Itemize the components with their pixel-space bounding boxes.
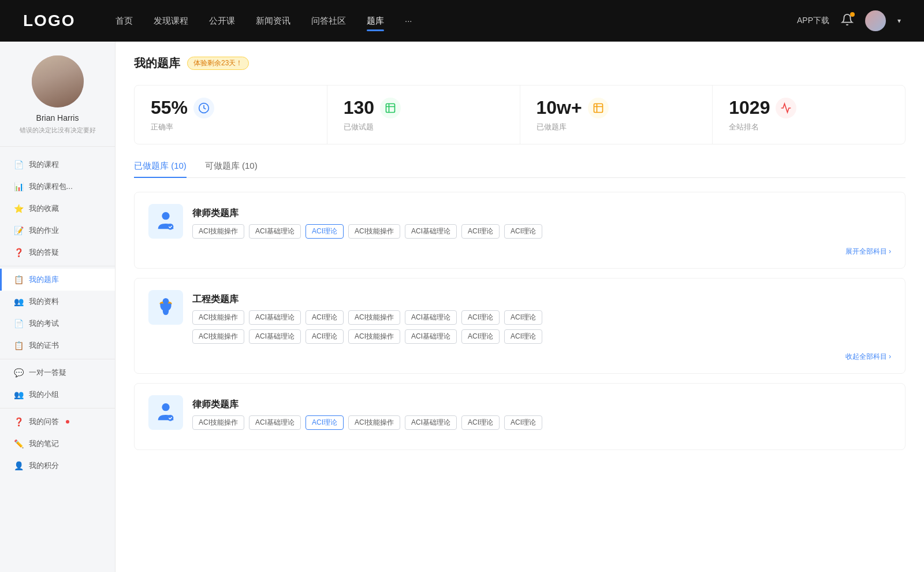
stat-item-1: 130 已做试题 xyxy=(327,86,520,144)
nav-item-···[interactable]: ··· xyxy=(405,13,412,29)
sidebar-menu-icon-0: 📄 xyxy=(14,160,23,169)
bank-tag-1-6[interactable]: ACI理论 xyxy=(504,310,542,325)
sidebar-divider-4 xyxy=(0,266,115,266)
app-download-button[interactable]: APP下载 xyxy=(797,16,829,26)
sidebar-menu-label-13: 我的积分 xyxy=(29,460,59,471)
nav-item-发现课程[interactable]: 发现课程 xyxy=(154,13,188,29)
sidebar-menu-label-9: 一对一答疑 xyxy=(29,367,66,378)
stat-value-0: 55% xyxy=(151,97,188,118)
avatar[interactable] xyxy=(865,10,886,31)
bank-tag-2-1[interactable]: ACI基础理论 xyxy=(249,415,301,430)
logo[interactable]: LOGO xyxy=(23,12,81,30)
bank-tag-0-5[interactable]: ACI理论 xyxy=(461,224,500,239)
svg-point-10 xyxy=(163,298,169,304)
sidebar-menu-label-7: 我的考试 xyxy=(29,318,59,329)
stat-icon-3 xyxy=(776,98,796,118)
expand-btn-1[interactable]: 收起全部科目 › xyxy=(845,352,891,362)
sidebar-menu-item-4[interactable]: ❓我的答疑 xyxy=(0,242,115,263)
sidebar: Brian Harris 错误的决定比没有决定要好 📄我的课程📊我的课程包...… xyxy=(0,42,116,572)
page-layout: Brian Harris 错误的决定比没有决定要好 📄我的课程📊我的课程包...… xyxy=(0,42,924,572)
stat-label-2: 已做题库 xyxy=(536,122,696,132)
sidebar-menu-label-10: 我的小组 xyxy=(29,389,59,400)
bank-tag-0-6[interactable]: ACI理论 xyxy=(504,224,542,239)
notification-bell[interactable] xyxy=(841,13,854,28)
bank-tag2-1-0[interactable]: ACI技能操作 xyxy=(192,329,244,344)
sidebar-menu-item-12[interactable]: ✏️我的笔记 xyxy=(0,433,115,455)
bank-tag-0-0[interactable]: ACI技能操作 xyxy=(192,224,244,239)
bank-icon-2 xyxy=(148,395,183,430)
notification-dot xyxy=(850,12,855,17)
sidebar-menu-item-13[interactable]: 👤我的积分 xyxy=(0,455,115,477)
avatar-dropdown-icon[interactable]: ▾ xyxy=(897,17,901,25)
sidebar-divider-10 xyxy=(0,408,115,408)
tab-item-0[interactable]: 已做题库 (10) xyxy=(134,161,187,177)
stat-top-3: 1029 xyxy=(729,97,889,118)
bank-tag-1-5[interactable]: ACI理论 xyxy=(461,310,500,325)
sidebar-menu-item-0[interactable]: 📄我的课程 xyxy=(0,154,115,176)
stat-label-3: 全站排名 xyxy=(729,122,889,132)
sidebar-menu-label-11: 我的问答 xyxy=(29,417,59,427)
bank-tag2-1-1[interactable]: ACI基础理论 xyxy=(249,329,301,344)
tabs-bar: 已做题库 (10)可做题库 (10) xyxy=(134,161,906,178)
stat-top-1: 130 xyxy=(344,97,504,118)
sidebar-menu-item-7[interactable]: 📄我的考试 xyxy=(0,313,115,335)
bank-card-body-0: 律师类题库 ACI技能操作ACI基础理论ACI理论ACI技能操作ACI基础理论A… xyxy=(192,204,542,239)
bank-tag2-1-6[interactable]: ACI理论 xyxy=(504,329,542,344)
sidebar-menu-item-3[interactable]: 📝我的作业 xyxy=(0,220,115,242)
bank-tag2-1-5[interactable]: ACI理论 xyxy=(461,329,500,344)
sidebar-menu-icon-2: ⭐ xyxy=(14,204,23,213)
sidebar-divider-8 xyxy=(0,359,115,359)
bank-tag-2-2[interactable]: ACI理论 xyxy=(305,415,344,430)
bank-tag-1-0[interactable]: ACI技能操作 xyxy=(192,310,244,325)
nav-item-公开课[interactable]: 公开课 xyxy=(209,13,235,29)
sidebar-menu-label-5: 我的题库 xyxy=(29,274,59,285)
bank-icon-0 xyxy=(148,204,183,239)
nav-item-题库[interactable]: 题库 xyxy=(367,13,384,29)
bank-tag-1-2[interactable]: ACI理论 xyxy=(305,310,344,325)
sidebar-menu-item-5[interactable]: 📋我的题库 xyxy=(0,269,115,291)
expand-btn-0[interactable]: 展开全部科目 › xyxy=(845,247,891,257)
tab-item-1[interactable]: 可做题库 (10) xyxy=(205,161,258,177)
bank-tag-1-4[interactable]: ACI基础理论 xyxy=(405,310,457,325)
bank-tag-2-6[interactable]: ACI理论 xyxy=(504,415,542,430)
bank-tag-2-3[interactable]: ACI技能操作 xyxy=(348,415,400,430)
bank-tag-0-1[interactable]: ACI基础理论 xyxy=(249,224,301,239)
sidebar-menu-label-3: 我的作业 xyxy=(29,225,59,236)
bank-card-0: 律师类题库 ACI技能操作ACI基础理论ACI理论ACI技能操作ACI基础理论A… xyxy=(134,192,906,269)
bank-tag2-1-4[interactable]: ACI基础理论 xyxy=(405,329,457,344)
nav-item-新闻资讯[interactable]: 新闻资讯 xyxy=(256,13,290,29)
bank-tag-2-5[interactable]: ACI理论 xyxy=(461,415,500,430)
navbar: LOGO 首页发现课程公开课新闻资讯问答社区题库··· APP下载 ▾ xyxy=(0,0,924,42)
bank-tag-2-4[interactable]: ACI基础理论 xyxy=(405,415,457,430)
bank-tag-1-3[interactable]: ACI技能操作 xyxy=(348,310,400,325)
sidebar-menu-item-6[interactable]: 👥我的资料 xyxy=(0,291,115,313)
sidebar-menu-label-2: 我的收藏 xyxy=(29,203,59,214)
svg-rect-4 xyxy=(594,103,602,112)
bank-tag-1-1[interactable]: ACI基础理论 xyxy=(249,310,301,325)
bank-tag2-1-3[interactable]: ACI技能操作 xyxy=(348,329,400,344)
bank-tag-0-4[interactable]: ACI基础理论 xyxy=(405,224,457,239)
bank-card-footer-0: 展开全部科目 › xyxy=(148,247,891,257)
bank-icon-1 xyxy=(148,290,183,325)
bank-tag2-1-2[interactable]: ACI理论 xyxy=(305,329,344,344)
sidebar-menu-item-10[interactable]: 👥我的小组 xyxy=(0,384,115,406)
nav-item-问答社区[interactable]: 问答社区 xyxy=(311,13,346,29)
navbar-right: APP下载 ▾ xyxy=(797,10,901,31)
sidebar-menu-item-2[interactable]: ⭐我的收藏 xyxy=(0,198,115,220)
sidebar-menu-item-8[interactable]: 📋我的证书 xyxy=(0,335,115,356)
sidebar-menu-label-4: 我的答疑 xyxy=(29,247,59,258)
sidebar-menu-icon-11: ❓ xyxy=(14,417,23,426)
bank-tag-2-0[interactable]: ACI技能操作 xyxy=(192,415,244,430)
bank-tags-row2-1: ACI技能操作ACI基础理论ACI理论ACI技能操作ACI基础理论ACI理论AC… xyxy=(192,329,542,344)
sidebar-menu-item-11[interactable]: ❓我的问答 xyxy=(0,411,115,433)
sidebar-menu-item-1[interactable]: 📊我的课程包... xyxy=(0,176,115,198)
bank-tag-0-3[interactable]: ACI技能操作 xyxy=(348,224,400,239)
sidebar-menu-item-9[interactable]: 💬一对一答疑 xyxy=(0,362,115,384)
svg-point-7 xyxy=(162,212,169,220)
bank-card-header-1: 工程类题库 ACI技能操作ACI基础理论ACI理论ACI技能操作ACI基础理论A… xyxy=(148,290,891,344)
nav-item-首页[interactable]: 首页 xyxy=(116,13,133,29)
bank-tag-0-2[interactable]: ACI理论 xyxy=(305,224,344,239)
svg-point-11 xyxy=(162,403,169,411)
stat-icon-2 xyxy=(588,98,609,118)
sidebar-menu-icon-7: 📄 xyxy=(14,319,23,328)
